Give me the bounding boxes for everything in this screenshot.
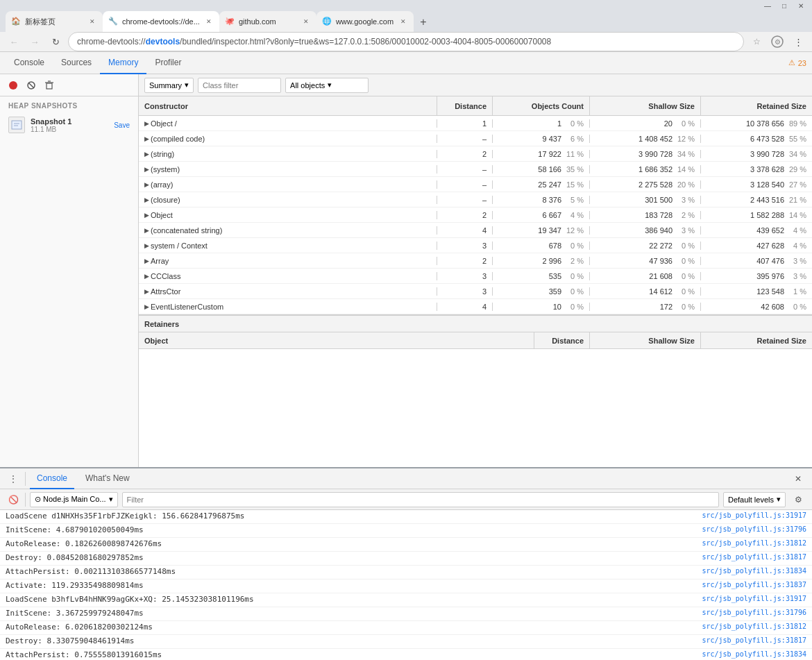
console-source-link[interactable]: src/jsb_polyfill.js:31834 bbox=[702, 650, 806, 658]
row-shallow-size: 2 275 528 bbox=[638, 180, 673, 189]
tab-github[interactable]: 🐙 github.com ✕ bbox=[219, 11, 316, 32]
row-retained-size: 10 378 656 bbox=[746, 119, 784, 128]
console-message: Activate: 119.29335498809814ms bbox=[6, 581, 696, 590]
console-source-link[interactable]: src/jsb_polyfill.js:31796 bbox=[702, 609, 806, 616]
console-tab-whatsnew[interactable]: What's New bbox=[78, 468, 137, 489]
class-filter-input[interactable] bbox=[198, 78, 281, 93]
table-row[interactable]: ▶ system / Context 3 678 0 % 22 272 0 % … bbox=[139, 238, 812, 253]
row-constructor[interactable]: ▶ (closure) bbox=[139, 196, 437, 204]
summary-dropdown[interactable]: Summary ▾ bbox=[144, 78, 194, 93]
header-retained: Retained Size bbox=[701, 96, 812, 115]
row-constructor[interactable]: ▶ (compiled code) bbox=[139, 135, 437, 143]
table-row[interactable]: ▶ (system) – 58 166 35 % 1 686 352 14 % … bbox=[139, 162, 812, 177]
console-filter-input[interactable] bbox=[122, 492, 719, 507]
row-constructor[interactable]: ▶ (concatenated string) bbox=[139, 226, 437, 235]
snapshot-save-button[interactable]: Save bbox=[114, 121, 130, 129]
console-source-link[interactable]: src/jsb_polyfill.js:31812 bbox=[702, 623, 806, 630]
tab-console[interactable]: Console bbox=[6, 52, 53, 74]
close-button[interactable]: ✕ bbox=[795, 0, 806, 11]
row-constructor[interactable]: ▶ AttrsCtor bbox=[139, 287, 437, 296]
tab-sources[interactable]: Sources bbox=[53, 52, 100, 74]
tab-close-google[interactable]: ✕ bbox=[398, 17, 408, 26]
snapshot-item[interactable]: Snapshot 1 11.1 MB Save bbox=[0, 112, 138, 137]
tab-profiler[interactable]: Profiler bbox=[146, 52, 189, 74]
row-constructor[interactable]: ▶ Array bbox=[139, 257, 437, 265]
console-row: LoadScene b3hfLvB4hHNK99agGKx+XQ: 25.145… bbox=[0, 593, 812, 607]
row-retained-size: 3 128 540 bbox=[750, 180, 784, 189]
tab-devtools[interactable]: 🔧 chrome-devtools://de... ✕ bbox=[103, 11, 219, 32]
row-retained-size: 6 473 528 bbox=[750, 135, 784, 143]
extension-button[interactable]: ⚙ bbox=[769, 33, 786, 50]
context-dropdown[interactable]: ⊙ Node.js Main Co... ▾ bbox=[30, 492, 118, 507]
row-constructor[interactable]: ▶ (system) bbox=[139, 165, 437, 174]
table-row[interactable]: ▶ (closure) – 8 376 5 % 301 500 3 % 2 44… bbox=[139, 192, 812, 208]
record-button[interactable] bbox=[6, 78, 21, 93]
objects-arrow: ▾ bbox=[328, 81, 332, 90]
row-shallow: 2 275 528 20 % bbox=[590, 180, 701, 189]
tab-close-newtab[interactable]: ✕ bbox=[87, 17, 97, 26]
table-row[interactable]: ▶ (string) 2 17 922 11 % 3 990 728 34 % … bbox=[139, 146, 812, 162]
console-source-link[interactable]: src/jsb_polyfill.js:31834 bbox=[702, 567, 806, 575]
new-tab-button[interactable]: + bbox=[414, 12, 433, 32]
table-row[interactable]: ▶ Array 2 2 996 2 % 47 936 0 % 407 476 3… bbox=[139, 253, 812, 269]
retainers-table-header: Object Distance Shallow Size Retained Si… bbox=[139, 332, 812, 349]
address-suffix: /bundled/inspector.html?v8only=true&ws=1… bbox=[180, 37, 551, 46]
tab-google[interactable]: 🌐 www.google.com ✕ bbox=[316, 11, 414, 32]
tab-close-devtools[interactable]: ✕ bbox=[204, 17, 214, 26]
level-dropdown[interactable]: Default levels ▾ bbox=[723, 492, 786, 507]
trash-button[interactable] bbox=[42, 78, 57, 93]
row-name: (concatenated string) bbox=[151, 226, 222, 235]
row-shallow-size: 14 612 bbox=[649, 287, 673, 296]
table-row[interactable]: ▶ Object 2 6 667 4 % 183 728 2 % 1 582 2… bbox=[139, 208, 812, 223]
row-distance-val: – bbox=[482, 135, 487, 143]
console-source-link[interactable]: src/jsb_polyfill.js:31917 bbox=[702, 511, 806, 519]
row-shallow-pct: 0 % bbox=[675, 257, 695, 265]
console-source-link[interactable]: src/jsb_polyfill.js:31837 bbox=[702, 581, 806, 589]
tab-close-github[interactable]: ✕ bbox=[301, 17, 311, 26]
table-row[interactable]: ▶ Object / 1 1 0 % 20 0 % 10 378 656 89 … bbox=[139, 116, 812, 131]
row-expand-icon: ▶ bbox=[144, 120, 149, 127]
forward-button[interactable]: → bbox=[26, 33, 43, 50]
menu-button[interactable]: ⋮ bbox=[790, 33, 806, 50]
address-input[interactable]: chrome-devtools://devtools/bundled/inspe… bbox=[68, 32, 744, 51]
table-row[interactable]: ▶ (concatenated string) 4 19 347 12 % 38… bbox=[139, 223, 812, 238]
row-constructor[interactable]: ▶ CCClass bbox=[139, 272, 437, 280]
tab-newtab[interactable]: 🏠 新标签页 ✕ bbox=[6, 11, 103, 32]
row-constructor[interactable]: ▶ system / Context bbox=[139, 242, 437, 250]
row-expand-icon: ▶ bbox=[144, 227, 149, 234]
console-source-link[interactable]: src/jsb_polyfill.js:31917 bbox=[702, 595, 806, 602]
tab-memory[interactable]: Memory bbox=[100, 52, 146, 74]
row-retained-pct: 3 % bbox=[787, 272, 806, 280]
console-message: LoadScene d1NHXHs35F1rbFJZKeigkl: 156.66… bbox=[6, 511, 696, 521]
console-row: Destroy: 8.330759048461914ms src/jsb_pol… bbox=[0, 635, 812, 649]
back-button[interactable]: ← bbox=[6, 33, 22, 50]
row-distance: – bbox=[437, 135, 493, 143]
console-clear-button[interactable]: 🚫 bbox=[6, 492, 21, 507]
console-source-link[interactable]: src/jsb_polyfill.js:31817 bbox=[702, 553, 806, 561]
table-row[interactable]: ▶ (array) – 25 247 15 % 2 275 528 20 % 3… bbox=[139, 177, 812, 192]
console-source-link[interactable]: src/jsb_polyfill.js:31796 bbox=[702, 525, 806, 533]
row-constructor[interactable]: ▶ EventListenerCustom bbox=[139, 303, 437, 311]
objects-dropdown[interactable]: All objects ▾ bbox=[285, 78, 369, 93]
row-constructor[interactable]: ▶ (string) bbox=[139, 150, 437, 158]
svg-line-4 bbox=[28, 83, 34, 88]
console-tab-console[interactable]: Console bbox=[30, 468, 74, 489]
table-row[interactable]: ▶ EventListenerCustom 4 10 0 % 172 0 % 4… bbox=[139, 299, 812, 314]
console-message: LoadScene b3hfLvB4hHNK99agGKx+XQ: 25.145… bbox=[6, 595, 696, 604]
row-constructor[interactable]: ▶ (array) bbox=[139, 180, 437, 189]
table-row[interactable]: ▶ AttrsCtor 3 359 0 % 14 612 0 % 123 548… bbox=[139, 284, 812, 299]
reload-button[interactable]: ↻ bbox=[47, 33, 64, 50]
bookmark-button[interactable]: ☆ bbox=[748, 33, 765, 50]
row-constructor[interactable]: ▶ Object / bbox=[139, 119, 437, 128]
console-close-button[interactable]: ✕ bbox=[790, 471, 806, 487]
row-constructor[interactable]: ▶ Object bbox=[139, 211, 437, 219]
console-settings-button[interactable]: ⚙ bbox=[790, 491, 806, 508]
clear-button[interactable] bbox=[24, 78, 39, 93]
table-row[interactable]: ▶ (compiled code) – 9 437 6 % 1 408 452 … bbox=[139, 131, 812, 146]
minimize-button[interactable]: — bbox=[762, 0, 773, 11]
console-source-link[interactable]: src/jsb_polyfill.js:31817 bbox=[702, 636, 806, 644]
table-row[interactable]: ▶ CCClass 3 535 0 % 21 608 0 % 395 976 3… bbox=[139, 269, 812, 284]
console-menu-button[interactable]: ⋮ bbox=[6, 471, 21, 486]
console-source-link[interactable]: src/jsb_polyfill.js:31812 bbox=[702, 539, 806, 547]
maximize-button[interactable]: □ bbox=[779, 0, 790, 11]
